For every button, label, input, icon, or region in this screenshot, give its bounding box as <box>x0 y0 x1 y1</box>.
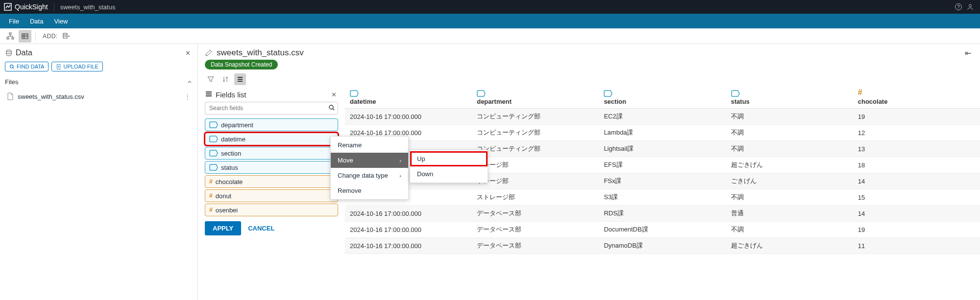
database-icon <box>5 49 13 57</box>
svg-rect-5 <box>7 38 9 39</box>
upload-file-label: UPLOAD FILE <box>63 64 98 69</box>
table-cell: 2024-10-16 17:00:00.000 <box>345 222 472 238</box>
menu-data[interactable]: Data <box>25 15 48 28</box>
cancel-button[interactable]: CANCEL <box>248 225 274 232</box>
table-cell: トレージ部 <box>472 173 599 189</box>
field-pill-chocolate[interactable]: #chocolate <box>205 175 338 188</box>
tag-icon <box>604 90 721 97</box>
tag-icon <box>350 90 467 97</box>
hash-icon: # <box>209 192 213 199</box>
help-icon[interactable]: ? <box>953 1 964 13</box>
field-pill-datetime[interactable]: datetime⋮ <box>205 133 338 145</box>
tag-icon <box>209 150 218 157</box>
table-cell: 15 <box>853 189 980 206</box>
table-cell: 14 <box>853 173 980 189</box>
svg-point-12 <box>329 105 333 109</box>
ctx-remove[interactable]: Remove <box>331 183 408 198</box>
find-data-button[interactable]: FIND DATA <box>5 62 49 71</box>
table-row[interactable]: 2024-10-16 17:00:00.000データベース部RDS課普通14 <box>345 206 980 222</box>
column-department[interactable]: department <box>472 88 599 109</box>
file-item[interactable]: sweets_with_status.csv ⋮ <box>5 90 193 103</box>
column-label: status <box>731 98 750 105</box>
table-row[interactable]: 2024-10-16 17:00:00.000データベース部DynamoDB課超… <box>345 238 980 254</box>
chevron-up-icon <box>187 79 193 85</box>
close-data-panel[interactable]: ✕ <box>183 48 193 58</box>
table-row[interactable]: 2024-10-16 17:00:00.000コンピューティング部EC2課不調1… <box>345 109 980 125</box>
table-view-button[interactable] <box>19 30 31 43</box>
svg-rect-8 <box>63 33 67 38</box>
field-label: section <box>221 150 241 157</box>
ctx-rename[interactable]: Rename <box>331 138 408 153</box>
column-datetime[interactable]: datetime <box>345 88 472 109</box>
table-cell: 2024-10-16 17:00:00.000 <box>345 238 472 254</box>
list-view-button[interactable] <box>234 73 246 85</box>
app-logo[interactable]: QuickSight <box>4 3 48 11</box>
table-cell: 普通 <box>726 206 853 222</box>
data-table-wrap[interactable]: datetimedepartmentsectionstatus#chocolat… <box>345 88 980 300</box>
table-cell: 19 <box>853 222 980 238</box>
field-pill-osenbei[interactable]: #osenbei <box>205 204 338 216</box>
apply-button[interactable]: APPLY <box>205 221 241 235</box>
table-row[interactable]: 00.000ストレージ部S3課不調15 <box>345 189 980 206</box>
menu-file[interactable]: File <box>4 15 24 28</box>
field-pill-status[interactable]: status <box>205 161 338 174</box>
column-chocolate[interactable]: #chocolate <box>853 88 980 109</box>
chevron-right-icon: › <box>399 158 401 163</box>
table-cell: データベース部 <box>472 238 599 254</box>
menu-view[interactable]: View <box>49 15 73 28</box>
table-cell: 11 <box>853 238 980 254</box>
upload-file-button[interactable]: UPLOAD FILE <box>51 62 103 71</box>
field-pill-department[interactable]: department <box>205 118 338 131</box>
svg-rect-7 <box>22 34 28 39</box>
svg-rect-6 <box>12 38 14 39</box>
data-panel: Data ✕ FIND DATA UPLOAD FILE Files sweet… <box>0 44 198 300</box>
table-cell: 不調 <box>726 222 853 238</box>
search-fields-input[interactable] <box>205 102 338 115</box>
file-menu-button[interactable]: ⋮ <box>184 93 191 100</box>
field-pill-donut[interactable]: #donut <box>205 189 338 202</box>
document-title: sweets_with_status <box>60 3 116 11</box>
top-bar: QuickSight sweets_with_status ? <box>0 0 980 14</box>
hash-icon: # <box>209 207 213 213</box>
table-cell: 超ごきげん <box>726 157 853 173</box>
tag-icon <box>731 90 848 97</box>
column-status[interactable]: status <box>726 88 853 109</box>
table-row[interactable]: 2024-10-16 17:00:00.000コンピューティング部Lambda課… <box>345 125 980 141</box>
field-context-menu: Rename Move› Change data type› Remove <box>330 136 409 200</box>
find-data-label: FIND DATA <box>17 64 44 69</box>
close-fields-panel[interactable]: ✕ <box>329 90 338 99</box>
column-label: section <box>604 98 626 105</box>
column-section[interactable]: section <box>599 88 726 109</box>
tag-icon <box>477 90 594 97</box>
schema-view-button[interactable] <box>4 30 17 43</box>
files-section-header[interactable]: Files <box>5 76 193 88</box>
edit-icon[interactable] <box>205 49 213 57</box>
table-cell: データベース部 <box>472 222 599 238</box>
table-row[interactable]: 2024-10-16 17:00:00.000データベース部DocumentDB… <box>345 222 980 238</box>
table-cell: 12 <box>853 125 980 141</box>
add-data-source-button[interactable] <box>60 30 73 43</box>
table-cell: S3課 <box>599 189 726 206</box>
table-cell: FSx課 <box>599 173 726 189</box>
ctx-change-type[interactable]: Change data type› <box>331 168 408 183</box>
svg-point-3 <box>969 4 972 7</box>
filter-button[interactable] <box>205 73 217 85</box>
fields-list-panel: Fields list ✕ departmentdatetime⋮section… <box>198 88 345 300</box>
ctx-move[interactable]: Move› <box>331 153 408 168</box>
ctx-move-up[interactable]: Up <box>410 151 488 166</box>
field-label: department <box>221 121 253 129</box>
table-cell: 超ごきげん <box>726 238 853 254</box>
ctx-move-down[interactable]: Down <box>410 166 488 182</box>
table-cell: EC2課 <box>599 109 726 125</box>
add-label: ADD: <box>43 33 58 40</box>
field-pill-section[interactable]: section <box>205 147 338 160</box>
divider <box>54 2 54 11</box>
collapse-handle[interactable]: ⇤ <box>965 48 971 58</box>
table-cell: 13 <box>853 141 980 157</box>
table-cell: データベース部 <box>472 206 599 222</box>
sort-button[interactable] <box>220 73 231 85</box>
user-icon[interactable] <box>964 1 976 13</box>
chevron-right-icon: › <box>399 173 401 179</box>
hash-icon: # <box>209 178 213 185</box>
table-cell: DocumentDB課 <box>599 222 726 238</box>
